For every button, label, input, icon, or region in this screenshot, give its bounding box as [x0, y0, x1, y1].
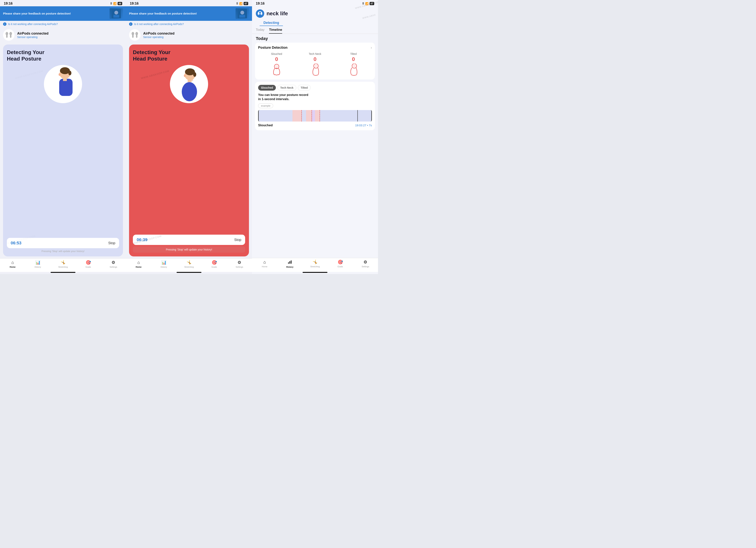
svg-point-22 — [193, 72, 196, 77]
tab-stretching-2[interactable]: 🤸 Stretching — [176, 260, 202, 268]
person-figure-1 — [50, 67, 76, 101]
timeline-cursor — [357, 110, 358, 121]
goals-icon-3: 🎯 — [338, 260, 343, 264]
tab-label-home-3: Home — [262, 265, 267, 268]
tab-home-2[interactable]: ⌂ Home — [126, 260, 151, 268]
posture-types-list: Slouched 0 Tech Neck 0 — [258, 52, 372, 76]
svg-rect-36 — [288, 262, 289, 264]
home-icon-1: ⌂ — [11, 260, 14, 265]
airpods-row-1: AirPods connected Sensor operating — [0, 27, 126, 43]
goals-icon-2: 🎯 — [212, 260, 217, 265]
chip-tech-neck[interactable]: Tech Neck — [277, 85, 296, 91]
tab-label-home-2: Home — [136, 266, 142, 268]
signal-icon-1: ⠿ — [110, 2, 112, 5]
tab-settings-1[interactable]: ⚙ Settings — [101, 260, 126, 268]
tab-history-3[interactable]: History — [277, 260, 302, 268]
info-text-1: Is it not working after connecting AirPo… — [8, 23, 58, 26]
chevron-right-icon[interactable]: › — [371, 46, 372, 50]
tab-settings-2[interactable]: ⚙ Settings — [227, 260, 252, 268]
info-icon-1: i — [3, 22, 6, 26]
tab-timeline[interactable]: Timeline — [269, 28, 282, 34]
tech-neck-label: Tech Neck — [309, 52, 321, 55]
status-bar-1: 19:16 ⠿ 📶 48 — [0, 0, 126, 6]
svg-point-12 — [59, 73, 61, 76]
signal-icon-2: ⠿ — [236, 2, 238, 5]
tab-goals-1[interactable]: 🎯 Goals — [76, 260, 101, 268]
svg-point-23 — [182, 82, 197, 101]
posture-record-row: Slouched 19:03:27 • 7s — [258, 123, 372, 127]
info-row-2[interactable]: i Is it not working after connecting Air… — [126, 21, 252, 27]
stop-button-2[interactable]: Stop — [234, 238, 241, 242]
tab-home-1[interactable]: ⌂ Home — [0, 260, 25, 268]
feedback-image-2 — [236, 8, 249, 19]
tilted-label: Tilted — [350, 52, 357, 55]
airpods-name-2: AirPods connected — [143, 32, 174, 36]
home-icon-2: ⌂ — [137, 260, 140, 265]
tab-label-home-1: Home — [10, 266, 16, 268]
time-3: 19:16 — [256, 2, 265, 6]
press-hint-1: Pressing 'Stop' will update your history… — [7, 250, 119, 252]
tab-label-history-2: History — [161, 266, 167, 268]
svg-point-31 — [275, 65, 278, 68]
section-title: Today — [252, 34, 378, 43]
tab-history-1[interactable]: 📊 History — [25, 260, 50, 268]
filter-chips: Slouched Tech Neck Tilted — [258, 85, 372, 91]
airpods-icon-1 — [3, 29, 15, 41]
timeline-seg-6 — [315, 110, 320, 121]
timeline-marker-3 — [320, 110, 320, 121]
info-icon-2: i — [129, 22, 132, 26]
tab-home-3[interactable]: ⌂ Home — [252, 260, 277, 268]
battery-3: 47 — [370, 2, 374, 5]
main-tabs: Today Timeline — [252, 26, 378, 34]
info-row-1[interactable]: i Is it not working after connecting Air… — [0, 21, 126, 27]
tab-bar-1: ⌂ Home 📊 History 🤸 Stretching 🎯 Goals ⚙ … — [0, 258, 126, 272]
svg-rect-10 — [59, 79, 73, 96]
tilted-icon-area — [347, 63, 360, 76]
tab-goals-2[interactable]: 🎯 Goals — [202, 260, 227, 268]
svg-point-9 — [68, 71, 71, 75]
slouched-label: Slouched — [271, 52, 282, 55]
svg-rect-15 — [239, 15, 245, 18]
time-1: 19:16 — [4, 2, 13, 6]
phone-panel-2: 19:16 ⠿ 📶 47 Please share your feedback … — [126, 0, 252, 274]
tab-bar-3: ⌂ Home History 🤸 Stretching 🎯 Goals ⚙ Se… — [252, 258, 378, 272]
home-indicator-2 — [177, 272, 201, 273]
tab-stretching-3[interactable]: 🤸 Stretching — [302, 260, 328, 268]
feedback-text-1: Please share your feedback on posture de… — [3, 12, 110, 15]
status-bar-3: 19:16 ⠿ 📶 47 — [252, 0, 378, 6]
posture-slouched: Slouched 0 — [258, 52, 295, 76]
feedback-banner-1[interactable]: Please share your feedback on posture de… — [0, 6, 126, 21]
tab-today[interactable]: Today — [256, 28, 264, 34]
tab-settings-3[interactable]: ⚙ Settings — [353, 260, 378, 268]
stop-button-1[interactable]: Stop — [108, 241, 115, 245]
home-icon-3: ⌂ — [263, 260, 266, 264]
tab-label-stretching-2: Stretching — [184, 266, 194, 268]
avatar-circle-2 — [170, 65, 208, 103]
watermark-5: WWW.ABSKOOP.COM — [141, 69, 170, 80]
tab-goals-3[interactable]: 🎯 Goals — [328, 260, 353, 268]
wifi-icon-3: 📶 — [365, 2, 368, 5]
tech-neck-icon-area — [308, 63, 322, 76]
wifi-icon-2: 📶 — [239, 2, 242, 5]
svg-point-25 — [184, 74, 186, 77]
airpods-status-2: Sensor operating — [143, 36, 174, 39]
timeline-seg-5 — [312, 110, 315, 121]
history-icon-1: 📊 — [35, 260, 40, 265]
stretching-icon-1: 🤸 — [61, 260, 66, 265]
timer-bar-2: 06:39 Stop — [133, 234, 245, 245]
svg-rect-4 — [6, 35, 7, 38]
home-indicator-1 — [51, 272, 75, 273]
chip-slouched[interactable]: Slouched — [258, 85, 276, 91]
chip-tilted[interactable]: Tilted — [298, 85, 311, 91]
timeline-seg-2 — [292, 110, 301, 121]
card-title-1: Detecting YourHead Posture — [7, 49, 119, 62]
goals-icon-1: 🎯 — [86, 260, 91, 265]
battery-2: 47 — [244, 2, 248, 5]
tab-stretching-1[interactable]: 🤸 Stretching — [50, 260, 76, 268]
feedback-banner-2[interactable]: Please share your feedback on posture de… — [126, 6, 252, 21]
tab-history-2[interactable]: 📊 History — [151, 260, 176, 268]
person-figure-2 — [176, 67, 202, 101]
airpods-status-1: Sensor operating — [17, 36, 48, 39]
svg-point-26 — [189, 78, 193, 81]
svg-point-5 — [10, 32, 12, 35]
